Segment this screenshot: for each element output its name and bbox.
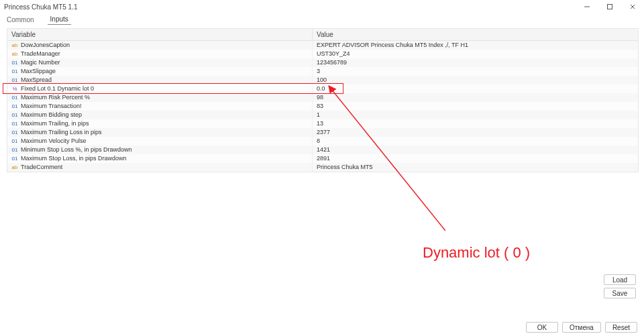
table-row[interactable]: 01MaxSlippage3: [7, 67, 638, 76]
row-variable: abTradeComment: [7, 163, 313, 172]
row-variable: 01Maximum Trailing, in pips: [7, 119, 313, 128]
row-value[interactable]: 1: [313, 111, 638, 119]
row-variable: 01Maximum Bidding step: [7, 111, 313, 119]
tab-inputs[interactable]: Inputs: [48, 14, 71, 25]
row-variable: 01Maximum Risk Percent %: [7, 93, 313, 102]
reset-button[interactable]: Reset: [605, 322, 637, 333]
table-body: abDowJonesCaptionEXPERT ADVISOR Princess…: [7, 41, 638, 172]
row-variable: 01Maximum Stop Loss, in pips Drawdown: [7, 154, 313, 163]
int-type-icon: 01: [11, 113, 18, 118]
row-variable-name: Minimum Stop Loss %, in pips Drawdown: [21, 146, 132, 154]
row-variable-name: Maximum Trailing, in pips: [21, 119, 89, 128]
tab-common[interactable]: Common: [4, 15, 37, 25]
cancel-button[interactable]: Отмена: [562, 322, 601, 333]
table-row[interactable]: abDowJonesCaptionEXPERT ADVISOR Princess…: [7, 41, 638, 50]
int-type-icon: 01: [11, 78, 18, 83]
row-variable: 01Magic Number: [7, 58, 313, 67]
row-variable-name: Maximum Bidding step: [21, 111, 82, 119]
row-variable-name: TradeManager: [21, 50, 60, 58]
int-type-icon: 01: [11, 130, 18, 135]
maximize-button[interactable]: [598, 0, 621, 13]
row-value[interactable]: 13: [313, 119, 638, 128]
row-value[interactable]: 123456789: [313, 58, 638, 67]
int-type-icon: 01: [11, 60, 18, 66]
row-value[interactable]: 3: [313, 67, 638, 76]
row-value[interactable]: 0.0: [313, 85, 638, 93]
row-variable: ½Fixed Lot 0.1 Dynamic lot 0: [7, 85, 313, 93]
ok-button[interactable]: OK: [526, 322, 558, 333]
row-value[interactable]: 100: [313, 76, 638, 85]
window-title: Princess Chuka MT5 1.1: [4, 3, 78, 11]
row-value[interactable]: 1421: [313, 146, 638, 154]
svg-rect-1: [608, 5, 612, 9]
table-row[interactable]: abTradeManagerUST30Y_Z4: [7, 50, 638, 58]
table-row[interactable]: abTradeCommentPrincess Chuka MT5: [7, 163, 638, 172]
row-variable-name: Maximum Velocity Pulse: [21, 137, 87, 146]
text-type-icon: ab: [11, 165, 18, 170]
row-value[interactable]: EXPERT ADVISOR Princess Chuka MT5 Index …: [313, 41, 638, 50]
window-controls: [576, 0, 644, 13]
row-variable: 01MaxSpread: [7, 76, 313, 85]
int-type-icon: 01: [11, 69, 18, 74]
row-variable-name: TradeComment: [21, 163, 62, 172]
float-type-icon: ½: [11, 87, 18, 92]
text-type-icon: ab: [11, 52, 18, 57]
row-variable-name: Maximum Stop Loss, in pips Drawdown: [21, 154, 127, 163]
row-variable-name: Maximum Transaction!: [21, 102, 82, 111]
row-variable-name: Magic Number: [21, 58, 60, 67]
row-value[interactable]: 2891: [313, 154, 638, 163]
row-value[interactable]: UST30Y_Z4: [313, 50, 638, 58]
tabs: Common Inputs: [0, 13, 644, 25]
table-row[interactable]: 01Magic Number123456789: [7, 58, 638, 67]
table-row[interactable]: 01Maximum Transaction!83: [7, 102, 638, 111]
int-type-icon: 01: [11, 139, 18, 144]
table-row[interactable]: 01Maximum Stop Loss, in pips Drawdown289…: [7, 154, 638, 163]
row-variable: abDowJonesCaption: [7, 41, 313, 50]
row-variable-name: DowJonesCaption: [21, 41, 70, 50]
row-variable: 01Maximum Transaction!: [7, 102, 313, 111]
table-row[interactable]: 01Maximum Trailing, in pips13: [7, 119, 638, 128]
row-value[interactable]: 2377: [313, 128, 638, 137]
table-row[interactable]: 01Maximum Trailing Loss in pips2377: [7, 128, 638, 137]
row-variable: abTradeManager: [7, 50, 313, 58]
table-row[interactable]: 01Minimum Stop Loss %, in pips Drawdown1…: [7, 146, 638, 154]
side-buttons: Load Save: [604, 274, 636, 298]
annotation-label: Dynamic lot ( 0 ): [423, 244, 530, 262]
window-titlebar: Princess Chuka MT5 1.1: [0, 0, 644, 13]
table-row[interactable]: 01Maximum Bidding step1: [7, 111, 638, 119]
save-button[interactable]: Save: [604, 288, 636, 298]
content-area: Variable Value abDowJonesCaptionEXPERT A…: [0, 25, 644, 319]
row-variable-name: Maximum Risk Percent %: [21, 93, 90, 102]
minimize-button[interactable]: [576, 0, 598, 13]
table-row[interactable]: ½Fixed Lot 0.1 Dynamic lot 00.0: [7, 85, 638, 93]
int-type-icon: 01: [11, 95, 18, 101]
property-table: Variable Value abDowJonesCaptionEXPERT A…: [7, 28, 639, 172]
row-variable: 01Minimum Stop Loss %, in pips Drawdown: [7, 146, 313, 154]
row-variable-name: MaxSpread: [21, 76, 52, 85]
bottom-button-bar: OK Отмена Reset: [0, 319, 644, 336]
header-variable: Variable: [7, 29, 313, 40]
load-button[interactable]: Load: [604, 274, 636, 285]
row-variable: 01Maximum Trailing Loss in pips: [7, 128, 313, 137]
row-variable-name: Fixed Lot 0.1 Dynamic lot 0: [21, 85, 94, 93]
table-header: Variable Value: [7, 29, 638, 41]
row-value[interactable]: Princess Chuka MT5: [313, 163, 638, 172]
row-variable: 01Maximum Velocity Pulse: [7, 137, 313, 146]
int-type-icon: 01: [11, 104, 18, 109]
row-value[interactable]: 8: [313, 137, 638, 146]
row-value[interactable]: 98: [313, 93, 638, 102]
table-row[interactable]: 01Maximum Velocity Pulse8: [7, 137, 638, 146]
row-variable-name: MaxSlippage: [21, 67, 56, 76]
text-type-icon: ab: [11, 43, 18, 48]
row-variable: 01MaxSlippage: [7, 67, 313, 76]
table-row[interactable]: 01Maximum Risk Percent %98: [7, 93, 638, 102]
header-value: Value: [313, 29, 638, 40]
row-variable-name: Maximum Trailing Loss in pips: [21, 128, 102, 137]
int-type-icon: 01: [11, 156, 18, 162]
row-value[interactable]: 83: [313, 102, 638, 111]
int-type-icon: 01: [11, 121, 18, 127]
close-button[interactable]: [621, 0, 644, 13]
int-type-icon: 01: [11, 148, 18, 153]
table-row[interactable]: 01MaxSpread100: [7, 76, 638, 85]
